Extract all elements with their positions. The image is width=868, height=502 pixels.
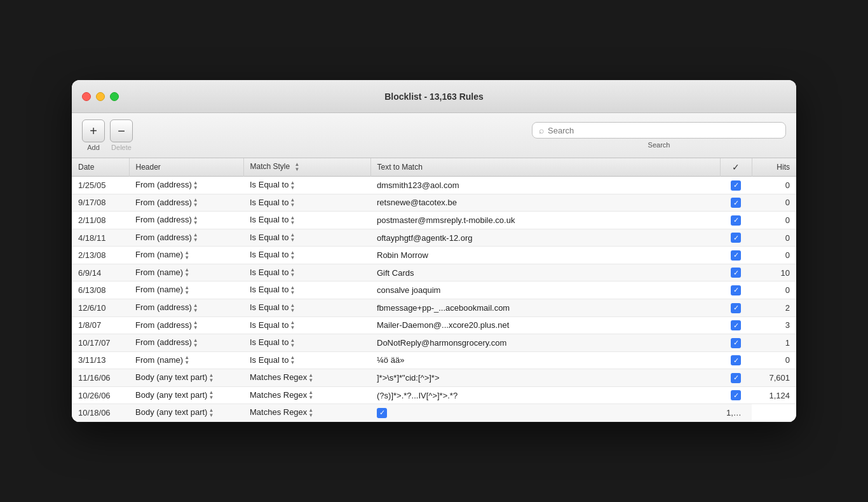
cell-match-style: Is Equal to▲▼: [243, 212, 370, 229]
cell-hits: 1,124: [752, 386, 796, 404]
cell-text-to-match: ¼ö ää»: [370, 351, 720, 369]
cell-checkbox[interactable]: ✓: [720, 247, 752, 264]
cell-date: 2/11/08: [72, 212, 129, 229]
table-row[interactable]: 1/8/07 From (address)▲▼ Is Equal to▲▼ Ma…: [72, 316, 796, 334]
table-row[interactable]: 2/13/08 From (name)▲▼ Is Equal to▲▼ Robi…: [72, 247, 796, 264]
table-row[interactable]: 10/17/07 From (address)▲▼ Is Equal to▲▼ …: [72, 334, 796, 352]
cell-header: From (address)▲▼: [129, 316, 243, 334]
cell-header: From (address)▲▼: [129, 229, 243, 247]
cell-checkbox[interactable]: ✓: [720, 369, 752, 387]
cell-date: 4/18/11: [72, 229, 129, 247]
cell-checkbox[interactable]: ✓: [720, 334, 752, 352]
cell-checkbox[interactable]: ✓: [720, 194, 752, 212]
add-button[interactable]: + Add: [82, 119, 105, 151]
minus-icon: −: [110, 119, 133, 142]
close-button[interactable]: [82, 92, 91, 101]
minimize-button[interactable]: [96, 92, 105, 101]
cell-text-to-match: ✓: [370, 404, 720, 422]
table-row[interactable]: 10/26/06 Body (any text part)▲▼ Matches …: [72, 386, 796, 404]
search-label: Search: [532, 141, 786, 149]
cell-checkbox[interactable]: ✓: [720, 282, 752, 299]
table-row[interactable]: 4/18/11 From (address)▲▼ Is Equal to▲▼ o…: [72, 229, 796, 247]
cell-text-to-match: dmsmith123@aol.com: [370, 177, 720, 194]
cell-date: 10/26/06: [72, 386, 129, 404]
cell-header: From (address)▲▼: [129, 334, 243, 352]
cell-text-to-match: retsnewe@tacotex.be: [370, 194, 720, 212]
cell-date: 6/13/08: [72, 282, 129, 299]
cell-text-to-match: postmaster@mmsreply.t-mobile.co.uk: [370, 212, 720, 229]
table-container: Date Header Match Style ▲▼ Text to Match…: [72, 158, 796, 422]
col-header-hits[interactable]: Hits: [752, 158, 796, 177]
table-row[interactable]: 1/25/05 From (address)▲▼ Is Equal to▲▼ d…: [72, 177, 796, 194]
checkbox-icon: ✓: [731, 338, 741, 348]
checkbox-icon: ✓: [731, 180, 741, 191]
titlebar: Blocklist - 13,163 Rules: [72, 80, 796, 113]
checkbox-icon: ✓: [731, 198, 741, 208]
checkbox-icon: ✓: [731, 250, 741, 261]
cell-hits: 1,742: [720, 404, 752, 422]
table-row[interactable]: 2/11/08 From (address)▲▼ Is Equal to▲▼ p…: [72, 212, 796, 229]
cell-header: From (address)▲▼: [129, 212, 243, 229]
cell-date: 11/16/06: [72, 369, 129, 387]
cell-checkbox[interactable]: ✓: [720, 264, 752, 282]
window-title: Blocklist - 13,163 Rules: [384, 92, 484, 102]
table-row[interactable]: 9/17/08 From (address)▲▼ Is Equal to▲▼ r…: [72, 194, 796, 212]
table-row[interactable]: 6/13/08 From (name)▲▼ Is Equal to▲▼ cons…: [72, 282, 796, 299]
col-header-text[interactable]: Text to Match: [370, 158, 720, 177]
cell-text-to-match: consalve joaquim: [370, 282, 720, 299]
checkbox-icon: ✓: [731, 320, 741, 330]
cell-header: From (address)▲▼: [129, 299, 243, 317]
toolbar: + Add − Delete ⌕ Search: [72, 113, 796, 158]
cell-checkbox[interactable]: ✓: [720, 316, 752, 334]
table-row[interactable]: 3/11/13 From (name)▲▼ Is Equal to▲▼ ¼ö ä…: [72, 351, 796, 369]
table-row[interactable]: 6/9/14 From (name)▲▼ Is Equal to▲▼ Gift …: [72, 264, 796, 282]
table-row[interactable]: 11/16/06 Body (any text part)▲▼ Matches …: [72, 369, 796, 387]
sort-icon: ▲▼: [295, 162, 300, 172]
cell-match-style: Is Equal to▲▼: [243, 282, 370, 299]
checkbox-icon: ✓: [731, 285, 741, 295]
cell-match-style: Is Equal to▲▼: [243, 299, 370, 317]
add-icon: +: [82, 119, 105, 142]
delete-label: Delete: [111, 144, 132, 151]
search-input[interactable]: [548, 126, 779, 135]
cell-date: 3/11/13: [72, 351, 129, 369]
cell-date: 2/13/08: [72, 247, 129, 264]
col-header-match[interactable]: Match Style ▲▼: [243, 158, 370, 177]
cell-date: 10/17/07: [72, 334, 129, 352]
cell-checkbox[interactable]: ✓: [720, 386, 752, 404]
cell-hits: 0: [752, 194, 796, 212]
cell-header: From (name)▲▼: [129, 351, 243, 369]
cell-hits: 3: [752, 316, 796, 334]
cell-checkbox[interactable]: ✓: [720, 229, 752, 247]
col-header-date[interactable]: Date: [72, 158, 129, 177]
table-row[interactable]: 12/6/10 From (address)▲▼ Is Equal to▲▼ f…: [72, 299, 796, 317]
cell-text-to-match: (?s)]*>.*?...IV[^>]*>.*?: [370, 386, 720, 404]
cell-checkbox[interactable]: ✓: [720, 177, 752, 194]
checkbox-icon: ✓: [731, 215, 741, 226]
cell-match-style: Is Equal to▲▼: [243, 247, 370, 264]
cell-match-style: Is Equal to▲▼: [243, 177, 370, 194]
table-row[interactable]: 10/18/06 Body (any text part)▲▼ Matches …: [72, 404, 796, 422]
cell-date: 6/9/14: [72, 264, 129, 282]
search-field[interactable]: ⌕: [532, 122, 786, 139]
cell-header: From (address)▲▼: [129, 194, 243, 212]
search-container: ⌕ Search: [532, 122, 786, 149]
cell-text-to-match: ]*>\s*]*"cid:[^>]*>: [370, 369, 720, 387]
cell-checkbox[interactable]: ✓: [720, 299, 752, 317]
cell-match-style: Is Equal to▲▼: [243, 264, 370, 282]
cell-header: From (name)▲▼: [129, 282, 243, 299]
col-header-check[interactable]: ✓: [720, 158, 752, 177]
col-header-header[interactable]: Header: [129, 158, 243, 177]
cell-checkbox[interactable]: ✓: [720, 351, 752, 369]
cell-hits: 0: [752, 351, 796, 369]
main-window: Blocklist - 13,163 Rules + Add − Delete …: [72, 80, 796, 422]
cell-header: Body (any text part)▲▼: [129, 386, 243, 404]
cell-date: 9/17/08: [72, 194, 129, 212]
maximize-button[interactable]: [110, 92, 119, 101]
cell-match-style: Matches Regex▲▼: [243, 369, 370, 387]
delete-button[interactable]: − Delete: [110, 119, 133, 151]
cell-match-style: Matches Regex▲▼: [243, 404, 370, 422]
table-header-row: Date Header Match Style ▲▼ Text to Match…: [72, 158, 796, 177]
cell-checkbox[interactable]: ✓: [720, 212, 752, 229]
cell-match-style: Matches Regex▲▼: [243, 386, 370, 404]
